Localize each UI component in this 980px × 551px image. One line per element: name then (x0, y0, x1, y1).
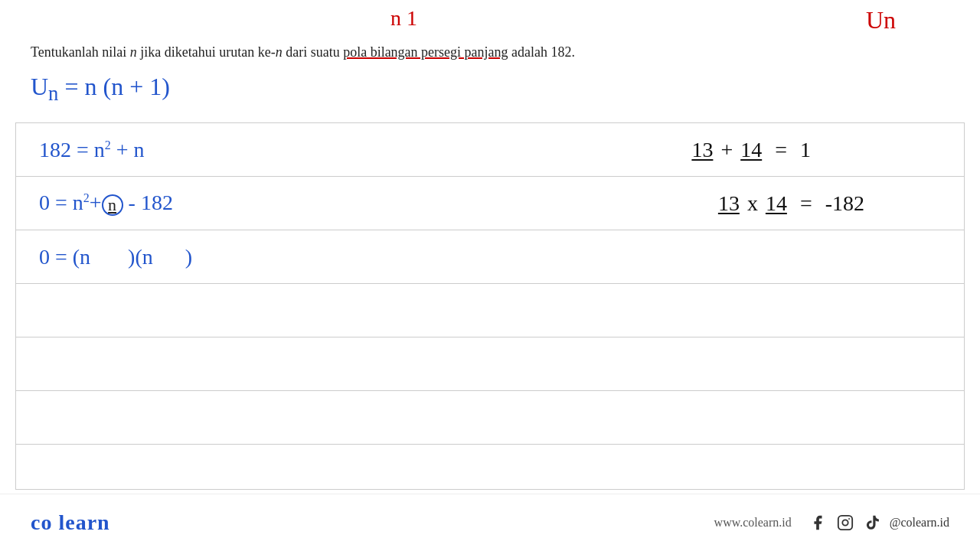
svg-point-1 (842, 520, 848, 525)
question-suffix: dari suatu pola bilangan persegi panjang… (283, 44, 575, 60)
result-2: -182 (825, 191, 864, 216)
plus-sign: + (720, 138, 733, 162)
equals-1: = (769, 138, 792, 162)
math-line-1: 182 = n2 + n 13 + 14 = 1 (16, 123, 964, 177)
empty-line-4 (16, 445, 964, 498)
social-handle: @colearn.id (890, 516, 949, 530)
instagram-icon (835, 512, 856, 533)
question-n1: n (130, 44, 137, 60)
math-line2-right: 13 x 14 = -182 (718, 191, 864, 216)
n1-label: n 1 (390, 6, 417, 31)
num-14-add: 14 (740, 138, 762, 162)
math-line3-left: 0 = (n )(n ) (39, 245, 192, 269)
tiktok-icon (862, 512, 884, 533)
empty-line-2 (16, 337, 964, 391)
lined-paper: 182 = n2 + n 13 + 14 = 1 0 = n2+n - 182 … (15, 122, 965, 490)
empty-line-1 (16, 284, 964, 337)
math-line-2: 0 = n2+n - 182 13 x 14 = -182 (16, 177, 964, 230)
question-n2: n (276, 44, 283, 60)
num-14-mul: 14 (766, 191, 787, 216)
formula-area: Un = n (n + 1) (31, 73, 980, 106)
formula-text: Un = n (n + 1) (31, 73, 170, 100)
math-line1-left: 182 = n2 + n (39, 138, 145, 162)
equals-2: = (795, 191, 818, 216)
un-label: Un (866, 6, 896, 34)
question-prefix: Tentukanlah nilai (31, 44, 130, 60)
footer: co learn www.colearn.id (0, 494, 980, 551)
top-area: n 1 Un (0, 0, 980, 6)
footer-url: www.colearn.id (714, 516, 792, 530)
footer-social: @colearn.id (807, 512, 949, 533)
footer-logo: co learn (31, 510, 110, 535)
num-13-mul: 13 (718, 191, 740, 216)
svg-rect-0 (838, 516, 852, 530)
num-13-add: 13 (691, 138, 713, 162)
times-sign: x (747, 191, 758, 216)
result-1: 1 (800, 138, 811, 162)
question-text: Tentukanlah nilai n jika diketahui uruta… (31, 43, 949, 62)
math-line2-left: 0 = n2+n - 182 (39, 191, 173, 216)
footer-right: www.colearn.id @c (714, 512, 949, 533)
math-line1-right: 13 + 14 = 1 (691, 138, 811, 162)
facebook-icon (807, 512, 828, 533)
math-line-3: 0 = (n )(n ) (16, 230, 964, 284)
empty-line-3 (16, 391, 964, 445)
svg-point-2 (848, 518, 850, 520)
question-mid: jika diketahui urutan ke- (137, 44, 276, 60)
